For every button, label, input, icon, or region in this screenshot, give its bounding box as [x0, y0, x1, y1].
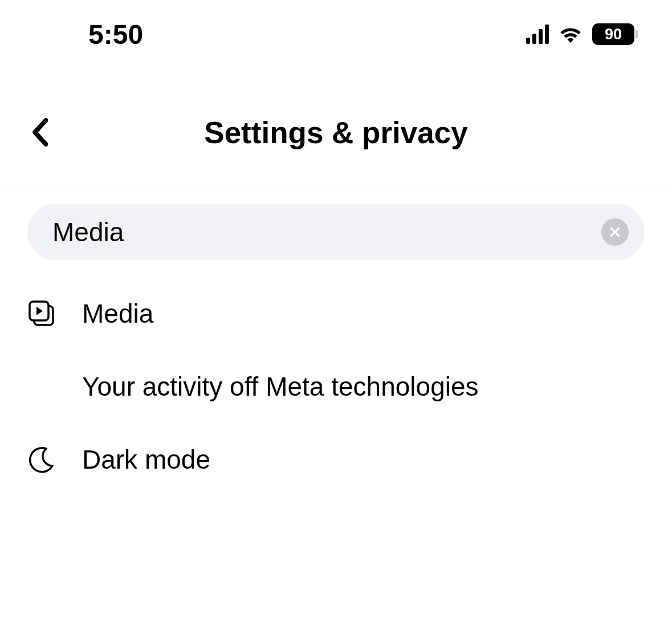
- chevron-left-icon: [32, 118, 48, 147]
- close-icon: [609, 226, 621, 238]
- cellular-icon: [526, 25, 549, 44]
- nav-header: Settings & privacy: [0, 80, 672, 185]
- status-indicators: 90: [526, 23, 644, 45]
- status-time: 5:50: [28, 19, 143, 50]
- wifi-icon: [558, 25, 583, 43]
- search-results: Media Your activity off Meta technologie…: [0, 260, 672, 496]
- search-field[interactable]: [27, 204, 645, 260]
- moon-icon: [27, 445, 56, 474]
- media-icon: [27, 299, 56, 328]
- status-bar: 5:50 90: [0, 0, 672, 80]
- result-off-meta-activity[interactable]: Your activity off Meta technologies: [27, 350, 645, 423]
- battery-icon: 90: [592, 23, 638, 45]
- clear-search-button[interactable]: [601, 218, 629, 246]
- result-label: Dark mode: [82, 444, 210, 475]
- back-button[interactable]: [23, 115, 57, 149]
- battery-level: 90: [605, 26, 622, 43]
- result-label: Media: [82, 298, 153, 329]
- blank-icon: [27, 372, 56, 401]
- page-title: Settings & privacy: [204, 115, 467, 150]
- result-media[interactable]: Media: [27, 277, 645, 350]
- result-dark-mode[interactable]: Dark mode: [27, 423, 645, 496]
- search-input[interactable]: [52, 217, 601, 247]
- result-label: Your activity off Meta technologies: [82, 371, 479, 402]
